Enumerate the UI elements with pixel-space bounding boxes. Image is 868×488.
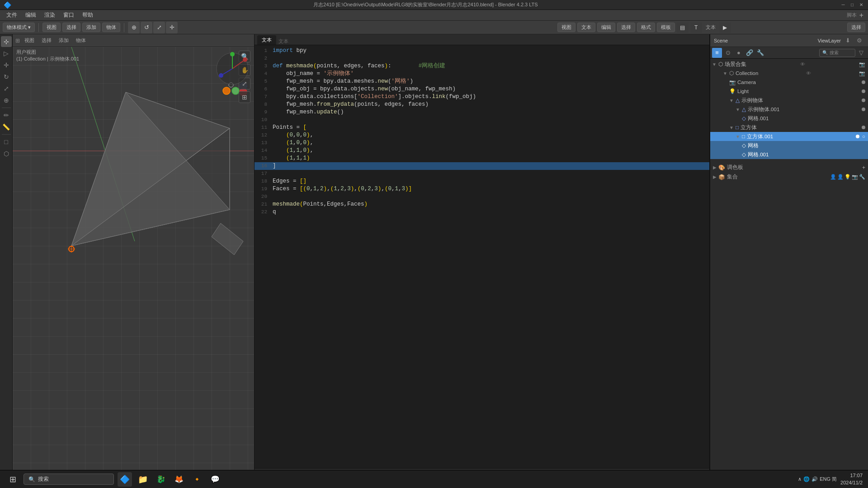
line-content-9: fwp_mesh.update() [271,108,709,116]
menu-file[interactable]: 文件 [3,10,21,20]
translate-icon[interactable]: ⊕ [128,22,140,33]
render-vis-cube-001[interactable]: ○ [862,134,865,139]
object-props-icon[interactable]: ⊙ [723,48,733,58]
tray-up-icon[interactable]: ∧ [798,476,802,482]
code-editor-area[interactable]: 1import bpy23def meshmade(points, edges,… [255,45,709,468]
icon4[interactable]: 📷 [852,174,858,180]
viewport-object-btn[interactable]: 物体 [73,36,89,45]
mesh-row[interactable]: ◇ 网格 [710,141,868,150]
start-button[interactable]: ⊞ [5,472,20,487]
menu-edit[interactable]: 编辑 [22,10,40,20]
add-cube-tool[interactable]: □ [1,136,12,147]
icon2[interactable]: 👤 [837,174,844,180]
scene-search-input[interactable]: 🔍 搜索 [819,49,855,57]
navigation-gizmo[interactable] [214,51,250,87]
render-visibility-btn[interactable]: 📷 [859,61,865,67]
camera-row[interactable]: 📷 Camera [710,78,868,87]
viewport-select-btn[interactable]: 选择 [39,36,54,45]
visibility2-btn[interactable]: 👁 [806,70,811,76]
scale-tool[interactable]: ⤢ [1,83,12,94]
line-content-7: bpy.data.collections['Collection'].objec… [271,93,709,101]
script-format-btn[interactable]: 格式 [637,23,655,32]
select-right-btn[interactable]: 选择 [847,23,865,32]
viewport-canvas[interactable]: 用户视图 (1) Collection | 示例物体.001 [13,47,254,477]
outliner-icon[interactable]: ≡ [712,48,722,58]
run-script-icon[interactable]: ▶ [719,23,731,33]
mesh-001-sub-row[interactable]: ◇ 网格.001 [710,150,868,159]
sample-object-row[interactable]: ▼ △ 示例物体 [710,96,868,105]
minimize-button[interactable]: ─ [840,2,846,8]
app-icon-1[interactable]: 🐉 [154,472,168,487]
transform-tool[interactable]: ⊕ [1,95,12,106]
move-tool[interactable]: ✛ [1,60,12,70]
line-number-1: 1 [255,47,271,55]
script-mode-icon[interactable]: ▤ [677,23,689,33]
vis-dot-001 [862,108,865,111]
script-tab-text[interactable]: 文本 [257,35,276,45]
blender-taskbar-icon[interactable]: 🔷 [118,472,132,487]
code-line-17: 17 [255,170,709,178]
collection-row[interactable]: ▼ ⬡ Collection 👁 📷 [710,69,868,78]
filter-icon[interactable]: ⬇ [843,36,853,46]
menu-render[interactable]: 渲染 [41,10,59,20]
script-template-btn[interactable]: 模板 [657,23,675,32]
visibility-btn[interactable]: 👁 [800,61,805,67]
maximize-button[interactable]: □ [849,2,855,8]
add-workspace-btn[interactable]: + [858,11,865,19]
rotate-tool[interactable]: ↻ [1,71,12,82]
app-icon-blender[interactable]: 🔸 [190,472,204,487]
network-icon[interactable]: 🌐 [803,476,810,482]
app-icon-2[interactable]: 🦊 [172,472,186,487]
icon1[interactable]: 👤 [830,174,836,180]
mesh-001-row[interactable]: ◇ 网格.001 [710,114,868,123]
code-line-19: 19Faces = [(0,1,2),(1,2,3),(0,2,3),(0,1,… [255,185,709,193]
right-panel-toolbar: ≡ ⊙ ● 🔗 🔧 🔍 搜索 ▽ [710,47,868,59]
script-view-btn[interactable]: 视图 [557,23,576,32]
render2-visibility-btn[interactable]: 📷 [859,70,865,76]
rotate-icon[interactable]: ↺ [141,22,152,33]
collection-section[interactable]: ▶ 📦 集合 👤 👤 💡 📷 🔧 [710,172,868,182]
cube-001-row[interactable]: ▼ □ 立方体.001 ○ [710,132,868,141]
settings-icon[interactable]: ⚙ [854,36,864,46]
sound-icon[interactable]: 🔊 [811,476,818,482]
transform-icon[interactable]: ✛ [166,22,178,33]
material-icon[interactable]: ● [734,48,744,58]
script-text-btn[interactable]: 文本 [577,23,595,32]
menu-window[interactable]: 窗口 [60,10,78,20]
sample-object-001-row[interactable]: ▼ △ 示例物体.001 [710,105,868,114]
filter-btn[interactable]: ▽ [856,48,866,58]
select-tool[interactable]: ▷ [1,48,12,59]
color-palette-section[interactable]: ▶ 🎨 调色板 + [710,163,868,172]
script-text-icon[interactable]: T [690,23,702,33]
close-button[interactable]: ✕ [858,2,864,8]
viewport-add-btn[interactable]: 添加 [56,36,71,45]
object-menu[interactable]: 物体 [102,23,120,32]
script-edit-btn[interactable]: 编辑 [597,23,615,32]
extrude-tool[interactable]: ⬡ [1,148,12,159]
keyboard-layout[interactable]: ENG 简 [820,476,837,483]
measure-tool[interactable]: 📏 [1,122,12,132]
constraint-icon[interactable]: 🔗 [745,48,755,58]
add-menu[interactable]: 添加 [82,23,100,32]
icon5[interactable]: 🔧 [859,174,865,180]
scene-collection-row[interactable]: ▼ ⬡ 场景合集 👁 📷 [710,60,868,69]
palette-add-icon[interactable]: + [862,164,865,171]
script-select-btn[interactable]: 选择 [617,23,635,32]
taskbar-search[interactable]: 🔍 搜索 [24,474,114,485]
object-mode-dropdown[interactable]: 物体模式 ▾ [3,23,35,32]
annotate-tool[interactable]: ✏ [1,110,12,121]
cube-row[interactable]: ▼ □ 立方体 [710,123,868,132]
app-icon-discord[interactable]: 💬 [208,472,222,487]
viewport-view-btn[interactable]: 视图 [22,36,37,45]
light-row[interactable]: 💡 Light [710,87,868,96]
modifier-icon[interactable]: 🔧 [755,48,765,58]
select-menu[interactable]: 选择 [62,23,80,32]
scale-icon[interactable]: ⤢ [153,22,165,33]
explorer-icon[interactable]: 📁 [136,472,150,487]
view-menu[interactable]: 视图 [42,23,61,32]
menu-help[interactable]: 帮助 [79,10,97,20]
icon3[interactable]: 💡 [844,174,851,180]
clock[interactable]: 17:07 2024/11/2 [840,472,863,486]
cursor-tool[interactable]: ⊹ [1,36,12,47]
viewport-grid-toggle[interactable]: ⊞ [239,91,250,103]
